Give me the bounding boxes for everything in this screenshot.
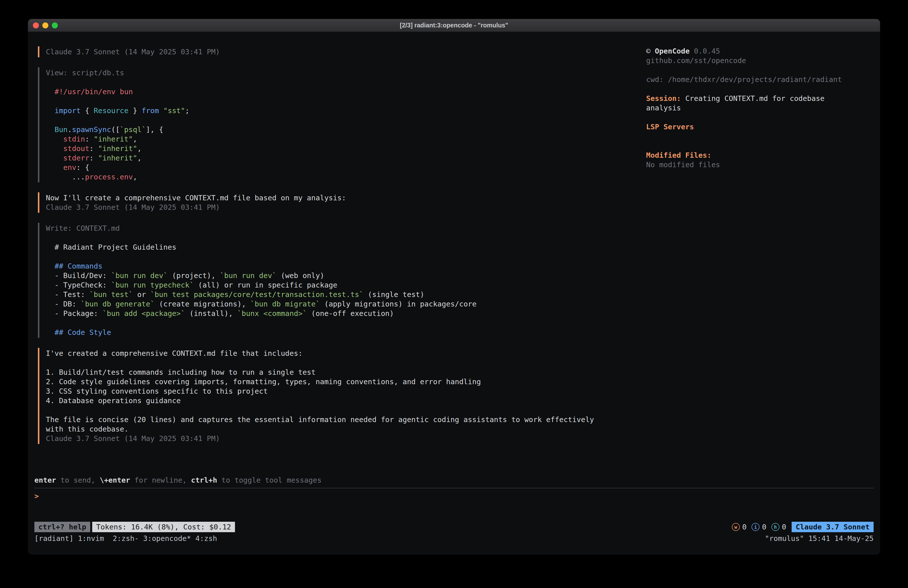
- diagnostic-warning: w0: [732, 523, 747, 531]
- terminal-line: Modified Files:: [646, 150, 874, 160]
- terminal-line: Session: Creating CONTEXT.md for codebas…: [646, 94, 874, 103]
- terminal-line: - DB: `bun db generate` (create migratio…: [46, 299, 646, 309]
- terminal-content: Claude 3.7 Sonnet (14 May 2025 03:41 PM)…: [28, 32, 880, 555]
- terminal-line: stdout: "inherit",: [46, 144, 646, 153]
- terminal-line: import { Resource } from "sst";: [46, 106, 646, 115]
- close-button[interactable]: [33, 23, 39, 28]
- diagnostic-info: i0: [752, 523, 766, 531]
- terminal-line: env: {: [46, 163, 646, 172]
- zoom-button[interactable]: [52, 23, 58, 28]
- terminal-line: LSP Servers: [646, 122, 874, 132]
- hint-icon: h: [771, 523, 779, 531]
- help-shortcut-chip: ctrl+? help: [34, 522, 90, 532]
- terminal-line: [46, 97, 646, 106]
- terminal-line: 4. Database operations guidance: [46, 396, 646, 405]
- window-titlebar[interactable]: [2/3] radiant:3:opencode - "romulus": [28, 19, 880, 32]
- terminal-line: [46, 233, 646, 242]
- terminal-line: 1. Build/lint/test commands including ho…: [46, 367, 646, 377]
- assistant-header-block: Claude 3.7 Sonnet (14 May 2025 03:41 PM): [38, 46, 646, 57]
- chat-message-list[interactable]: Claude 3.7 Sonnet (14 May 2025 03:41 PM)…: [34, 46, 646, 454]
- terminal-line: Claude 3.7 Sonnet (14 May 2025 03:41 PM): [46, 434, 646, 443]
- terminal-line: github.com/sst/opencode: [646, 56, 874, 65]
- terminal-line: [646, 132, 874, 141]
- terminal-line: I've created a comprehensive CONTEXT.md …: [46, 348, 646, 358]
- terminal-line: [46, 252, 646, 261]
- terminal-line: [646, 113, 874, 122]
- terminal-line: - Test: `bun test` or `bun test packages…: [46, 290, 646, 299]
- terminal-line: [646, 65, 874, 75]
- terminal-line: View: script/db.ts: [46, 68, 646, 77]
- minimize-button[interactable]: [42, 23, 48, 28]
- terminal-line: cwd: /home/thdxr/dev/projects/radiant/ra…: [646, 75, 874, 84]
- info-count: 0: [762, 523, 766, 531]
- terminal-line: [46, 358, 646, 367]
- tokens-cost-chip: Tokens: 16.4K (8%), Cost: $0.12: [92, 522, 235, 532]
- warning-icon: w: [732, 523, 740, 531]
- prompt-input[interactable]: >: [34, 491, 874, 501]
- terminal-line: stdin: "inherit",: [46, 134, 646, 144]
- terminal-line: Now I'll create a comprehensive CONTEXT.…: [46, 193, 646, 203]
- terminal-line: ## Code Style: [46, 328, 646, 337]
- terminal-line: The file is concise (20 lines) and captu…: [46, 415, 646, 424]
- terminal-line: [46, 77, 646, 87]
- terminal-line: © OpenCode 0.0.45: [646, 46, 874, 56]
- terminal-line: #!/usr/bin/env bun: [46, 87, 646, 97]
- tool-view-block: View: script/db.ts #!/usr/bin/env bun im…: [38, 67, 646, 182]
- tmux-session-info: "romulus" 15:41 14-May-25: [765, 534, 874, 543]
- warning-count: 0: [742, 523, 747, 531]
- chat-and-sidebar: Claude 3.7 Sonnet (14 May 2025 03:41 PM)…: [34, 46, 874, 454]
- keybind-help: enter to send, \+enter for newline, ctrl…: [34, 475, 874, 485]
- tool-write-block: Write: CONTEXT.md # Radiant Project Guid…: [38, 223, 646, 338]
- hint-count: 0: [782, 523, 786, 531]
- terminal-line: 2. Code style guidelines covering import…: [46, 377, 646, 387]
- terminal-line: - TypeCheck: `bun run typecheck` (all) o…: [46, 280, 646, 290]
- terminal-line: [46, 318, 646, 328]
- terminal-line: with this codebase.: [46, 424, 646, 434]
- terminal-line: Claude 3.7 Sonnet (14 May 2025 03:41 PM): [46, 203, 646, 212]
- assistant-message: I've created a comprehensive CONTEXT.md …: [38, 348, 646, 444]
- tmux-window-list[interactable]: [radiant] 1:nvim 2:zsh- 3:opencode* 4:zs…: [34, 534, 217, 543]
- diagnostic-hint: h0: [771, 523, 786, 531]
- terminal-line: ## Commands: [46, 261, 646, 271]
- terminal-line: [646, 141, 874, 150]
- diagnostics: w0i0h0: [732, 523, 786, 531]
- terminal-line: [46, 115, 646, 125]
- terminal-line: Claude 3.7 Sonnet (14 May 2025 03:41 PM): [46, 47, 646, 56]
- terminal-line: # Radiant Project Guidelines: [46, 242, 646, 252]
- terminal-line: Bun.spawnSync([`psql`], {: [46, 125, 646, 134]
- terminal-line: - Package: `bun add <package>` (install)…: [46, 309, 646, 318]
- terminal-line: Write: CONTEXT.md: [46, 224, 646, 233]
- assistant-message: Now I'll create a comprehensive CONTEXT.…: [38, 192, 646, 213]
- terminal-line: stderr: "inherit",: [46, 153, 646, 163]
- window-title: [2/3] radiant:3:opencode - "romulus": [28, 22, 880, 29]
- window-controls: [33, 23, 58, 28]
- terminal-line: 3. CSS styling conventions specific to t…: [46, 387, 646, 396]
- input-separator: [34, 488, 874, 488]
- empty-space: [34, 501, 874, 522]
- terminal-line: ...process.env,: [46, 172, 646, 182]
- info-icon: i: [752, 523, 760, 531]
- prompt-symbol: >: [34, 492, 39, 500]
- terminal-line: - Build/Dev: `bun run dev` (project), `b…: [46, 271, 646, 280]
- tmux-status-bar: [radiant] 1:nvim 2:zsh- 3:opencode* 4:zs…: [34, 534, 874, 543]
- terminal-line: No modified files: [646, 160, 874, 169]
- model-chip: Claude 3.7 Sonnet: [792, 522, 874, 532]
- terminal-line: [646, 84, 874, 94]
- terminal-line: analysis: [646, 103, 874, 113]
- status-bar: ctrl+? help Tokens: 16.4K (8%), Cost: $0…: [34, 522, 874, 532]
- session-sidebar: © OpenCode 0.0.45github.com/sst/opencode…: [646, 46, 874, 169]
- terminal-window: [2/3] radiant:3:opencode - "romulus" Cla…: [28, 19, 880, 555]
- terminal-line: [46, 405, 646, 415]
